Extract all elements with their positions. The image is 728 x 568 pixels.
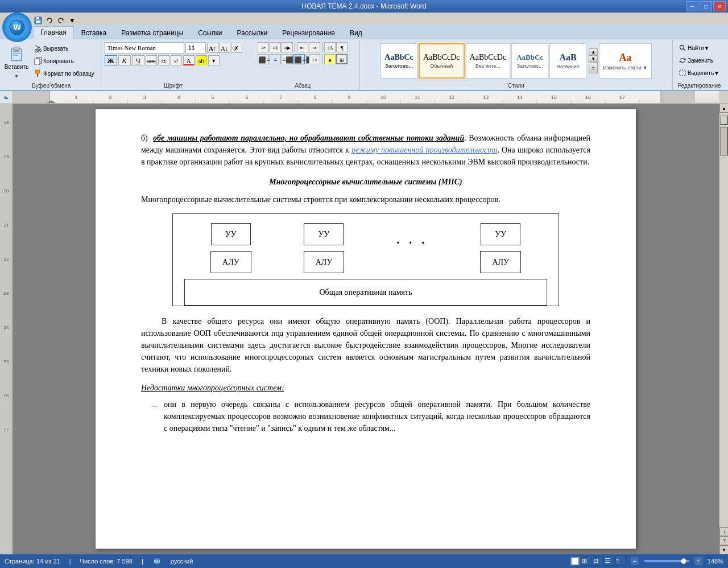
style-no-spacing[interactable]: AaBbCcDc Без инте... bbox=[466, 43, 511, 79]
svg-text:1: 1 bbox=[75, 94, 77, 100]
ribbon-content: Вставить ▼ Вырезать Копировать Формат по… bbox=[0, 39, 728, 91]
copy-button[interactable]: Копировать bbox=[31, 55, 97, 67]
alu-box-1: АЛУ bbox=[210, 251, 251, 273]
replace-icon bbox=[679, 57, 686, 64]
italic-button[interactable]: К bbox=[118, 55, 131, 65]
document-area[interactable]: б) обе машины работают параллельно, но о… bbox=[13, 104, 719, 554]
minimize-button[interactable]: ─ bbox=[686, 1, 698, 11]
zoom-slider[interactable] bbox=[644, 557, 689, 566]
tab-page-layout[interactable]: Разметка страницы bbox=[114, 26, 191, 39]
font-shrink-button[interactable]: A↓ bbox=[219, 43, 230, 53]
intro-paragraph: Многопроцессорные вычислительные системы… bbox=[141, 194, 590, 205]
svg-text:6: 6 bbox=[245, 94, 248, 100]
text-highlight-button[interactable]: ▼ bbox=[208, 55, 220, 65]
subscript-button[interactable]: x₂ bbox=[158, 55, 169, 65]
svg-rect-27 bbox=[661, 91, 695, 104]
align-center-button[interactable]: ≡ bbox=[270, 54, 281, 64]
bullets-button[interactable]: ≡• bbox=[258, 42, 269, 52]
undo-quick-btn[interactable] bbox=[44, 15, 55, 26]
change-styles-button[interactable]: Аа Изменить стили ▼ bbox=[599, 43, 651, 79]
svg-text:22: 22 bbox=[4, 257, 9, 262]
numbering-button[interactable]: ≡1 bbox=[270, 42, 281, 52]
view-mode-buttons: ⊞ ⊟ ☰ ≡ bbox=[570, 557, 626, 566]
scroll-page-down-button[interactable]: ⊤ bbox=[719, 536, 728, 545]
replace-button[interactable]: Заменить bbox=[676, 55, 722, 66]
styles-scroll-up[interactable]: ▲ bbox=[589, 48, 598, 55]
multilevel-list-button[interactable]: ≡▶ bbox=[282, 42, 293, 52]
paragraph-group: ≡• ≡1 ≡▶ ⇤ ⇥ ↕A ¶ ⬛≡ ≡ ≡⬛ ⬛≡⬛ ↕≡ ▲ ⊞ bbox=[246, 40, 360, 90]
style-heading2[interactable]: AaBbCc Заголово... bbox=[511, 43, 548, 79]
font-size-selector[interactable]: 11 bbox=[185, 42, 206, 53]
paste-button[interactable]: Вставить ▼ bbox=[6, 43, 27, 79]
decrease-indent-button[interactable]: ⇤ bbox=[297, 42, 308, 52]
tab-insert[interactable]: Вставка bbox=[74, 26, 114, 39]
increase-indent-button[interactable]: ⇥ bbox=[309, 42, 320, 52]
svg-text:23: 23 bbox=[4, 291, 9, 296]
style-title[interactable]: AaB Название bbox=[549, 43, 586, 79]
scroll-down-button[interactable]: ▼ bbox=[719, 545, 728, 554]
svg-rect-79 bbox=[572, 558, 578, 565]
customize-quick-access-btn[interactable]: ▼ bbox=[67, 15, 77, 26]
web-layout-btn[interactable]: ⊟ bbox=[593, 557, 603, 566]
scrollbar-thumb[interactable] bbox=[720, 127, 728, 155]
highlight-button[interactable]: ab bbox=[196, 55, 207, 65]
select-button[interactable]: Выделить ▼ bbox=[676, 67, 722, 79]
borders-button[interactable]: ⊞ bbox=[336, 54, 348, 64]
clear-format-button[interactable]: ✗ bbox=[231, 43, 242, 53]
styles-group: AaBbCc Заголово... AaBbCcDc Обычный AaBb… bbox=[360, 40, 673, 90]
office-button[interactable]: W bbox=[2, 13, 32, 42]
superscript-button[interactable]: x² bbox=[171, 55, 182, 65]
justify-button[interactable]: ⬛≡⬛ bbox=[293, 54, 305, 64]
zoom-out-button[interactable]: − bbox=[630, 557, 639, 566]
save-quick-btn[interactable] bbox=[33, 15, 43, 26]
tab-references[interactable]: Ссылки bbox=[191, 26, 229, 39]
font-color-button[interactable]: A bbox=[183, 55, 195, 65]
font-grow-button[interactable]: A↑ bbox=[207, 43, 218, 53]
shading-button[interactable]: ▲ bbox=[324, 54, 336, 64]
align-left-button[interactable]: ⬛≡ bbox=[258, 54, 269, 64]
align-right-button[interactable]: ≡⬛ bbox=[282, 54, 293, 64]
paste-icon bbox=[8, 45, 25, 63]
outline-btn[interactable]: ☰ bbox=[604, 557, 614, 566]
svg-point-21 bbox=[680, 46, 684, 50]
show-marks-button[interactable]: ¶ bbox=[336, 42, 348, 52]
bold-button[interactable]: Ж bbox=[105, 55, 117, 65]
svg-text:26: 26 bbox=[4, 393, 9, 398]
scroll-thumb-top[interactable] bbox=[720, 116, 728, 125]
font-group: Times New Roman 11 A↑ A↓ ✗ Ж К Ч зачк x₂… bbox=[101, 40, 246, 90]
maximize-button[interactable]: □ bbox=[700, 1, 712, 11]
strikethrough-button[interactable]: зачк bbox=[146, 55, 157, 65]
styles-scroll-down[interactable]: ▼ bbox=[589, 55, 598, 62]
format-brush-button[interactable]: Формат по образцу bbox=[31, 68, 97, 79]
draft-btn[interactable]: ≡ bbox=[615, 557, 626, 566]
tab-mailings[interactable]: Рассылки bbox=[229, 26, 275, 39]
style-heading1[interactable]: AaBbCc Заголово... bbox=[380, 43, 417, 79]
ruler-type-button[interactable]: ⊾ bbox=[0, 91, 13, 104]
find-button[interactable]: Найти ▼ bbox=[676, 42, 722, 53]
zoom-in-button[interactable]: + bbox=[694, 557, 703, 566]
tab-view[interactable]: Вид bbox=[342, 26, 370, 39]
redo-quick-btn[interactable] bbox=[56, 15, 66, 26]
language-icon: RU bbox=[152, 557, 162, 566]
full-screen-btn[interactable]: ⊞ bbox=[581, 557, 592, 566]
scroll-page-up-button[interactable]: ⊥ bbox=[719, 527, 728, 536]
close-button[interactable]: ✕ bbox=[713, 1, 726, 11]
line-spacing-button[interactable]: ↕≡ bbox=[309, 54, 320, 64]
select-icon bbox=[679, 69, 686, 76]
scroll-track[interactable] bbox=[719, 113, 728, 527]
underline-button[interactable]: Ч bbox=[132, 55, 144, 65]
sort-button[interactable]: ↕A bbox=[324, 42, 336, 52]
svg-text:25: 25 bbox=[4, 359, 9, 364]
shared-memory-box: Общая оперативная память bbox=[184, 279, 547, 306]
styles-gallery-expand[interactable]: ≡ bbox=[589, 62, 598, 73]
svg-text:20: 20 bbox=[4, 188, 9, 194]
style-normal[interactable]: AaBbCcDc Обычный bbox=[419, 43, 465, 79]
tab-review[interactable]: Рецензирование bbox=[275, 26, 342, 39]
cut-button[interactable]: Вырезать bbox=[31, 43, 97, 54]
uu-box-1: УУ bbox=[211, 223, 251, 245]
uu-box-3: УУ bbox=[481, 223, 520, 245]
scroll-up-button[interactable]: ▲ bbox=[719, 104, 728, 113]
font-name-selector[interactable]: Times New Roman bbox=[105, 42, 184, 53]
print-layout-btn[interactable] bbox=[570, 557, 580, 566]
tab-home[interactable]: Главная bbox=[33, 26, 74, 39]
